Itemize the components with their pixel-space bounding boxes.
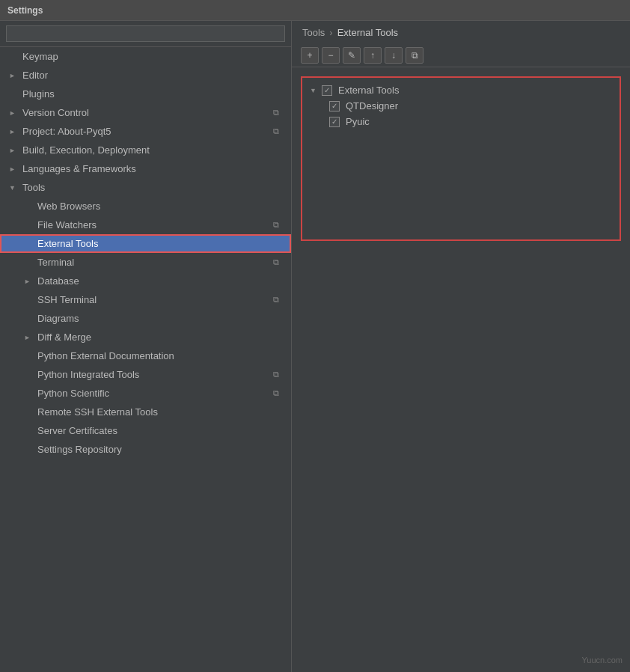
watermark: Yuucn.com	[582, 656, 623, 665]
lang-label: Languages & Frameworks	[22, 163, 136, 174]
sidebar-item-python-integrated[interactable]: Python Integrated Tools	[0, 365, 291, 384]
sidebar-item-file-watchers[interactable]: File Watchers	[0, 216, 291, 234]
sidebar-item-server-certs[interactable]: Server Certificates	[0, 421, 291, 440]
ped-label: Python External Documentation	[37, 350, 174, 361]
sidebar-item-diagrams[interactable]: Diagrams	[0, 309, 291, 328]
sc-label: Server Certificates	[37, 425, 117, 436]
sidebar-item-web-browsers[interactable]: Web Browsers	[0, 197, 291, 216]
sidebar-item-settings-repo[interactable]: Settings Repository	[0, 440, 291, 459]
sidebar-item-tools[interactable]: Tools	[0, 178, 291, 197]
project-arrow	[9, 128, 19, 135]
fw-icon	[270, 220, 282, 230]
build-label: Build, Execution, Deployment	[22, 144, 150, 156]
copy-button[interactable]: ⧉	[406, 47, 423, 64]
term-icon	[270, 257, 282, 267]
tree-qtdesigner-checkbox[interactable]	[329, 101, 340, 112]
diag-label: Diagrams	[37, 313, 79, 324]
breadcrumb-separator: ›	[329, 27, 332, 38]
title-bar: Settings	[0, 0, 630, 21]
tree-qtdesigner-label: QTDesigner	[346, 100, 398, 112]
tree-item-pyuic[interactable]: Pyuic	[302, 114, 620, 129]
diff-label: Diff & Merge	[37, 332, 91, 343]
vc-arrow	[9, 109, 19, 117]
main-container: Keymap Editor Plugins Version Control	[0, 21, 630, 672]
lang-arrow	[9, 165, 19, 173]
search-input[interactable]	[6, 25, 285, 42]
tree-group-arrow	[310, 87, 319, 94]
add-button[interactable]: +	[301, 47, 319, 64]
sidebar-item-version-control[interactable]: Version Control	[0, 103, 291, 122]
sidebar: Keymap Editor Plugins Version Control	[0, 21, 292, 672]
pit-label: Python Integrated Tools	[37, 369, 139, 380]
up-button[interactable]: ↑	[364, 47, 382, 64]
sidebar-item-external-tools[interactable]: External Tools	[0, 234, 291, 253]
keymap-label: Keymap	[22, 51, 58, 62]
build-arrow	[9, 147, 19, 154]
et-label: External Tools	[37, 238, 98, 249]
title-text: Settings	[7, 5, 43, 16]
sidebar-item-database[interactable]: Database	[0, 272, 291, 290]
sidebar-item-languages[interactable]: Languages & Frameworks	[0, 159, 291, 178]
editor-label: Editor	[22, 70, 48, 81]
sidebar-item-plugins[interactable]: Plugins	[0, 85, 291, 103]
diff-arrow	[24, 334, 34, 341]
plugins-label: Plugins	[22, 88, 55, 100]
vc-icon	[270, 108, 282, 117]
sidebar-nav: Keymap Editor Plugins Version Control	[0, 47, 291, 672]
toolbar: + − ✎ ↑ ↓ ⧉	[292, 44, 630, 67]
tree-pyuic-label: Pyuic	[346, 116, 370, 127]
db-label: Database	[37, 275, 79, 287]
tree-group-checkbox[interactable]	[322, 85, 332, 96]
sidebar-item-ssh[interactable]: SSH Terminal	[0, 290, 291, 309]
tree-item-qtdesigner[interactable]: QTDesigner	[302, 98, 620, 114]
project-icon	[270, 126, 282, 136]
rset-label: Remote SSH External Tools	[37, 406, 158, 418]
fw-label: File Watchers	[37, 219, 97, 230]
wb-label: Web Browsers	[37, 201, 100, 212]
sidebar-item-project[interactable]: Project: About-Pyqt5	[0, 122, 291, 141]
tools-label: Tools	[22, 182, 45, 193]
breadcrumb: Tools › External Tools	[292, 21, 630, 44]
tools-arrow	[9, 184, 19, 192]
breadcrumb-current: External Tools	[337, 27, 398, 38]
sidebar-item-python-scientific[interactable]: Python Scientific	[0, 384, 291, 403]
tree-group-label: External Tools	[338, 85, 399, 96]
sidebar-item-terminal[interactable]: Terminal	[0, 253, 291, 272]
down-button[interactable]: ↓	[385, 47, 403, 64]
vc-label: Version Control	[22, 107, 89, 118]
edit-button[interactable]: ✎	[343, 47, 361, 64]
breadcrumb-parent: Tools	[302, 27, 325, 38]
editor-arrow	[9, 72, 19, 79]
ssh-icon	[270, 295, 282, 305]
sidebar-item-editor[interactable]: Editor	[0, 66, 291, 85]
tree-item-external-tools-group[interactable]: External Tools	[302, 82, 620, 98]
ps-label: Python Scientific	[37, 388, 109, 399]
sidebar-item-remote-ssh[interactable]: Remote SSH External Tools	[0, 403, 291, 421]
term-label: Terminal	[37, 257, 74, 268]
sidebar-item-python-ext-doc[interactable]: Python External Documentation	[0, 346, 291, 365]
remove-button[interactable]: −	[322, 47, 340, 64]
search-box	[0, 21, 291, 47]
pit-icon	[270, 370, 282, 379]
sidebar-item-build[interactable]: Build, Execution, Deployment	[0, 141, 291, 159]
sidebar-item-diff-merge[interactable]: Diff & Merge	[0, 328, 291, 346]
ps-icon	[270, 388, 282, 398]
sr-label: Settings Repository	[37, 444, 122, 455]
project-label: Project: About-Pyqt5	[22, 126, 111, 137]
right-panel: Tools › External Tools + − ✎ ↑ ↓ ⧉ Exter…	[292, 21, 630, 672]
db-arrow	[24, 278, 34, 285]
tree-panel: External Tools QTDesigner Pyuic	[301, 76, 621, 241]
tree-pyuic-checkbox[interactable]	[329, 117, 340, 127]
ssh-label: SSH Terminal	[37, 294, 97, 305]
sidebar-item-keymap[interactable]: Keymap	[0, 47, 291, 66]
